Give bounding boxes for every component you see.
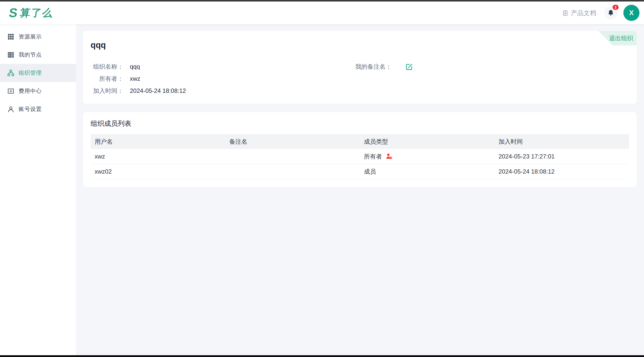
window-bottom-edge (0, 355, 644, 357)
cell-member-type: 所有者 (360, 149, 495, 164)
org-fields-right: 我的备注名： (337, 61, 413, 97)
remark-label: 我的备注名： (337, 63, 392, 71)
owner-admin-icon (386, 153, 393, 160)
col-member-type: 成员类型 (360, 134, 495, 149)
org-fields-left: 组织名称： qqq 所有者： xwz 加入时间： 2024-05-24 18:0… (91, 61, 337, 97)
logo-text: 算了么 (19, 8, 54, 18)
sidebar: 资源展示 (0, 24, 76, 355)
sidebar-item-nodes[interactable]: 我的节点 (0, 46, 76, 64)
product-docs-label: 产品文档 (571, 9, 596, 17)
leave-org-label: 退出组织 (609, 34, 633, 42)
app-logo[interactable]: S 算了么 (0, 7, 54, 19)
org-name-label: 组织名称： (91, 63, 123, 71)
table-row: xwz 所有者 (91, 149, 629, 164)
join-time-value: 2024-05-24 18:08:12 (130, 87, 186, 94)
sidebar-item-org-management[interactable]: 组织管理 (0, 64, 76, 82)
join-time-row: 加入时间： 2024-05-24 18:08:12 (91, 85, 337, 97)
notification-badge: 2 (612, 4, 619, 10)
sidebar-item-label: 我的节点 (19, 51, 42, 59)
table-row: xwz02 成员 2024-05-24 18:08:12 (91, 164, 629, 179)
edit-remark-button[interactable] (405, 63, 413, 71)
join-time-label: 加入时间： (91, 87, 123, 95)
member-type-text: 所有者 (364, 152, 382, 161)
org-name-row: 组织名称： qqq (91, 61, 337, 73)
edit-icon (405, 63, 413, 71)
server-icon (7, 51, 15, 59)
org-chart-icon (7, 69, 15, 77)
svg-text:¥: ¥ (10, 90, 12, 93)
avatar-initial: X (629, 9, 634, 17)
org-info-card: 退出组织 qqq 组织名称： qqq 所有者： xwz (83, 31, 637, 104)
sidebar-item-account[interactable]: 账号设置 (0, 100, 76, 118)
remark-row: 我的备注名： (337, 61, 413, 73)
billing-ticket-icon: ¥ (7, 87, 15, 95)
sidebar-item-label: 组织管理 (19, 69, 42, 77)
sidebar-item-resources[interactable]: 资源展示 (0, 28, 76, 46)
org-fields: 组织名称： qqq 所有者： xwz 加入时间： 2024-05-24 18:0… (91, 61, 629, 97)
cell-member-type: 成员 (360, 164, 495, 179)
notifications-button[interactable]: 2 (604, 6, 617, 19)
product-docs-link[interactable]: 产品文档 (562, 9, 596, 17)
cell-remark (225, 164, 360, 179)
clipboard-doc-icon (562, 10, 569, 16)
cell-username: xwz (91, 149, 225, 164)
members-table: 用户名 备注名 成员类型 加入时间 xwz 所有者 (91, 134, 629, 179)
owner-label: 所有者： (91, 75, 123, 83)
table-header-row: 用户名 备注名 成员类型 加入时间 (91, 134, 629, 149)
sidebar-item-billing[interactable]: ¥ 费用中心 (0, 82, 76, 100)
owner-value: xwz (130, 75, 140, 82)
user-icon (7, 105, 15, 113)
col-username: 用户名 (91, 134, 225, 149)
members-card: 组织成员列表 用户名 备注名 成员类型 加入时间 xwz (83, 112, 637, 187)
logo-mark: S (8, 7, 18, 19)
sidebar-item-label: 账号设置 (19, 105, 42, 113)
grid-icon (7, 33, 15, 41)
sidebar-item-label: 资源展示 (19, 33, 42, 41)
app-body: 资源展示 (0, 24, 644, 355)
member-type-text: 成员 (364, 168, 376, 176)
members-list-title: 组织成员列表 (91, 119, 629, 128)
cell-join-time: 2024-05-24 18:08:12 (495, 164, 629, 179)
col-remark: 备注名 (225, 134, 360, 149)
org-title: qqq (91, 40, 629, 50)
avatar[interactable]: X (623, 5, 639, 21)
owner-row: 所有者： xwz (91, 73, 337, 85)
org-name-value: qqq (130, 63, 140, 70)
col-join-time: 加入时间 (495, 134, 629, 149)
app-window: S 算了么 产品文档 (0, 0, 644, 357)
cell-username: xwz02 (91, 164, 225, 179)
bell-icon (607, 9, 615, 17)
sidebar-item-label: 费用中心 (19, 87, 42, 95)
header-actions: 产品文档 2 X (562, 5, 644, 21)
cell-join-time: 2024-05-23 17:27:01 (495, 149, 629, 164)
cell-remark (225, 149, 360, 164)
main-content: 退出组织 qqq 组织名称： qqq 所有者： xwz (76, 24, 644, 355)
app-header: S 算了么 产品文档 (0, 2, 644, 24)
